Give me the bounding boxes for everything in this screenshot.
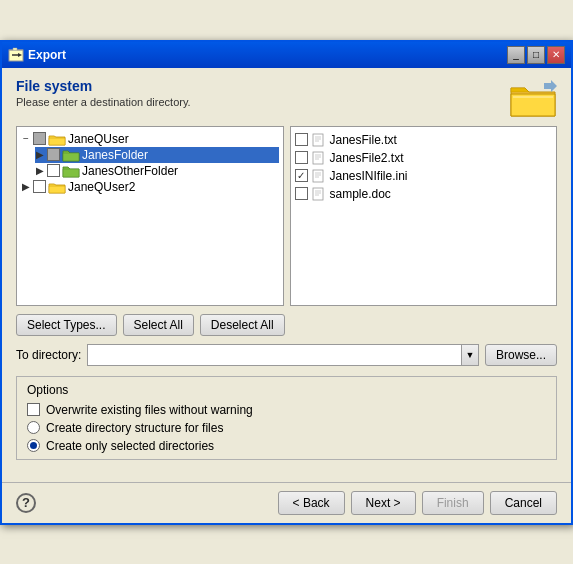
next-button[interactable]: Next > bbox=[351, 491, 416, 515]
expand-icon-janequser2[interactable]: ▶ bbox=[21, 181, 31, 192]
folder-icon-large bbox=[509, 78, 557, 118]
file-label-sampledoc: sample.doc bbox=[330, 187, 391, 201]
title-bar: Export _ □ ✕ bbox=[2, 42, 571, 68]
list-item[interactable]: JanesFile.txt bbox=[295, 131, 553, 149]
expand-icon-janesotherfolder[interactable]: ▶ bbox=[35, 165, 45, 176]
selected-dirs-label: Create only selected directories bbox=[46, 439, 214, 453]
list-item[interactable]: JanesINIfile.ini bbox=[295, 167, 553, 185]
file-checkbox-sampledoc[interactable] bbox=[295, 187, 308, 200]
overwrite-option[interactable]: Overwrite existing files without warning bbox=[27, 403, 546, 417]
create-dir-label: Create directory structure for files bbox=[46, 421, 223, 435]
file-checkbox-janesinifile[interactable] bbox=[295, 169, 308, 182]
file-icon-sampledoc bbox=[312, 187, 326, 201]
left-panel[interactable]: − JaneQUser ▶ bbox=[16, 126, 284, 306]
options-group: Options Overwrite existing files without… bbox=[16, 376, 557, 460]
svg-rect-9 bbox=[313, 152, 323, 164]
overwrite-label: Overwrite existing files without warning bbox=[46, 403, 253, 417]
file-checkbox-janesfile[interactable] bbox=[295, 133, 308, 146]
folder-svg bbox=[509, 78, 557, 118]
title-bar-buttons: _ □ ✕ bbox=[507, 46, 565, 64]
tree-row-janesotherfolder[interactable]: ▶ JanesOtherFolder bbox=[35, 163, 279, 179]
footer-left: ? bbox=[16, 493, 36, 513]
folder-closed-icon-janesfolder bbox=[62, 148, 80, 162]
footer: ? < Back Next > Finish Cancel bbox=[2, 482, 571, 523]
selected-dirs-option[interactable]: Create only selected directories bbox=[27, 439, 546, 453]
browse-button[interactable]: Browse... bbox=[485, 344, 557, 366]
minimize-button[interactable]: _ bbox=[507, 46, 525, 64]
deselect-all-button[interactable]: Deselect All bbox=[200, 314, 285, 336]
file-icon-janesinifile bbox=[312, 169, 326, 183]
help-button[interactable]: ? bbox=[16, 493, 36, 513]
header-text: File system Please enter a destination d… bbox=[16, 78, 191, 108]
tree-item[interactable]: − JaneQUser ▶ bbox=[21, 131, 279, 179]
right-panel[interactable]: JanesFile.txt JanesFile2.txt bbox=[290, 126, 558, 306]
checkbox-janesfolder[interactable] bbox=[47, 148, 60, 161]
expand-icon[interactable]: − bbox=[21, 133, 31, 144]
checkbox-janequser2[interactable] bbox=[33, 180, 46, 193]
dialog-icon bbox=[8, 47, 24, 63]
svg-marker-4 bbox=[544, 80, 557, 92]
tree-row-janequser2[interactable]: ▶ JaneQUser2 bbox=[21, 179, 279, 195]
checkbox-janesotherfolder[interactable] bbox=[47, 164, 60, 177]
cancel-button[interactable]: Cancel bbox=[490, 491, 557, 515]
tree-label-janequser: JaneQUser bbox=[68, 132, 129, 146]
finish-button[interactable]: Finish bbox=[422, 491, 484, 515]
select-all-button[interactable]: Select All bbox=[123, 314, 194, 336]
directory-label: To directory: bbox=[16, 348, 81, 362]
svg-rect-5 bbox=[313, 134, 323, 146]
directory-input-wrapper: ▼ bbox=[87, 344, 479, 366]
action-buttons: Select Types... Select All Deselect All bbox=[16, 314, 557, 336]
file-icon-janesfile bbox=[312, 133, 326, 147]
expand-icon-janesfolder[interactable]: ▶ bbox=[35, 149, 45, 160]
select-types-button[interactable]: Select Types... bbox=[16, 314, 117, 336]
overwrite-checkbox[interactable] bbox=[27, 403, 40, 416]
file-label-janesfile2: JanesFile2.txt bbox=[330, 151, 404, 165]
file-icon-janesfile2 bbox=[312, 151, 326, 165]
directory-dropdown[interactable]: ▼ bbox=[461, 344, 479, 366]
title-bar-left: Export bbox=[8, 47, 66, 63]
create-dir-radio[interactable] bbox=[27, 421, 40, 434]
selected-dirs-radio[interactable] bbox=[27, 439, 40, 452]
directory-input[interactable] bbox=[87, 344, 461, 366]
list-item[interactable]: JanesFile2.txt bbox=[295, 149, 553, 167]
footer-buttons: < Back Next > Finish Cancel bbox=[278, 491, 557, 515]
list-item[interactable]: sample.doc bbox=[295, 185, 553, 203]
file-checkbox-janesfile2[interactable] bbox=[295, 151, 308, 164]
tree-row-janesfolder[interactable]: ▶ JanesFolder bbox=[35, 147, 279, 163]
dialog-title: Export bbox=[28, 48, 66, 62]
file-label-janesfile: JanesFile.txt bbox=[330, 133, 397, 147]
directory-row: To directory: ▼ Browse... bbox=[16, 344, 557, 366]
tree-label-janesotherfolder: JanesOtherFolder bbox=[82, 164, 178, 178]
export-dialog: Export _ □ ✕ File system Please enter a … bbox=[0, 40, 573, 525]
options-title: Options bbox=[27, 383, 546, 397]
dialog-content: File system Please enter a destination d… bbox=[2, 68, 571, 482]
tree-children-janequser: ▶ JanesFolder ▶ bbox=[35, 147, 279, 179]
section-title: File system bbox=[16, 78, 191, 94]
folder-closed-icon-janesotherfolder bbox=[62, 164, 80, 178]
back-button[interactable]: < Back bbox=[278, 491, 345, 515]
tree-label-janequser2: JaneQUser2 bbox=[68, 180, 135, 194]
create-dir-option[interactable]: Create directory structure for files bbox=[27, 421, 546, 435]
tree-row-janequser[interactable]: − JaneQUser bbox=[21, 131, 279, 147]
file-label-janesinifile: JanesINIfile.ini bbox=[330, 169, 408, 183]
section-subtitle: Please enter a destination directory. bbox=[16, 96, 191, 108]
tree-label-janesfolder: JanesFolder bbox=[82, 148, 148, 162]
folder-open-icon bbox=[48, 132, 66, 146]
svg-rect-13 bbox=[313, 170, 323, 182]
maximize-button[interactable]: □ bbox=[527, 46, 545, 64]
header-section: File system Please enter a destination d… bbox=[16, 78, 557, 118]
close-button[interactable]: ✕ bbox=[547, 46, 565, 64]
panels: − JaneQUser ▶ bbox=[16, 126, 557, 306]
folder-open-icon-janequser2 bbox=[48, 180, 66, 194]
checkbox-janequser[interactable] bbox=[33, 132, 46, 145]
svg-rect-17 bbox=[313, 188, 323, 200]
